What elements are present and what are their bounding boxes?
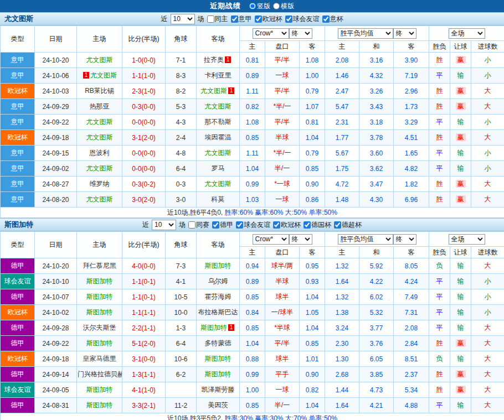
result-outcome: 平 bbox=[429, 115, 450, 130]
filter-option-0[interactable]: 同赛 bbox=[188, 220, 209, 230]
result-goals: 大 bbox=[471, 84, 504, 99]
filter-option-3[interactable]: 球会友谊 bbox=[285, 14, 320, 24]
league-type-badge: 欧冠杯 bbox=[1, 351, 35, 367]
away-team-name: 尤文图斯 bbox=[205, 102, 232, 110]
column-header: 比分(半场) bbox=[122, 232, 166, 258]
sub-column-header: 主 bbox=[240, 41, 265, 53]
score: 0-3(0-2) bbox=[122, 177, 166, 192]
match-row: 球会友谊24-10-10斯图加特1-1(0-1)4-1乌尔姆0.89半球0.93… bbox=[1, 274, 504, 289]
avg-odds-select[interactable]: 胜平负均值 bbox=[338, 28, 393, 39]
away-team-name: 那不勒斯 bbox=[205, 118, 232, 126]
avg-odds-win: 1.75 bbox=[325, 161, 359, 177]
match-date: 24-09-18 bbox=[35, 130, 77, 146]
odds-company-select[interactable]: Crow* bbox=[253, 234, 289, 245]
filter-checkbox[interactable] bbox=[255, 15, 262, 23]
result-goals: 大 bbox=[471, 398, 504, 413]
odds-final-select[interactable]: 终 bbox=[289, 28, 312, 39]
handicap-result-text: 赢 bbox=[456, 102, 466, 110]
avg-odds-win: 2.08 bbox=[325, 53, 359, 68]
result-outcome: 胜 bbox=[429, 336, 450, 351]
scope-select[interactable]: 全场 bbox=[449, 28, 485, 39]
horizontal-radio[interactable] bbox=[273, 3, 280, 9]
vertical-radio[interactable] bbox=[249, 3, 256, 9]
filter-checkbox[interactable] bbox=[322, 15, 330, 23]
handicap-odds-home: 0.81 bbox=[240, 53, 265, 68]
sub-column-header: 客 bbox=[394, 247, 429, 258]
handicap-odds-home: 0.84 bbox=[240, 305, 265, 320]
filter-label: 同主 bbox=[215, 14, 228, 24]
handicap-odds-home: 0.99 bbox=[240, 177, 265, 192]
home-team-name: 门兴格拉德贝赫 bbox=[78, 370, 122, 378]
filter-option-2[interactable]: 球会友谊 bbox=[236, 220, 270, 230]
avg-odds-draw: 3.78 bbox=[359, 130, 394, 146]
home-team-name: 斯图加特 bbox=[86, 277, 113, 285]
layout-option-horizontal[interactable]: 横版 bbox=[273, 2, 294, 11]
avg-odds-lose: 2.08 bbox=[394, 320, 429, 336]
column-header: 日期 bbox=[35, 232, 77, 258]
filter-checkbox[interactable] bbox=[188, 221, 196, 229]
filter-checkbox[interactable] bbox=[207, 15, 214, 23]
handicap-result-text: 输 bbox=[457, 277, 464, 285]
odds-company-select[interactable]: Crow* bbox=[253, 28, 289, 39]
filter-checkbox[interactable] bbox=[304, 221, 311, 229]
filter-option-0[interactable]: 同主 bbox=[207, 14, 228, 24]
home-team: 斯图加特 bbox=[77, 289, 122, 305]
summary-text: 赢率:30% bbox=[253, 414, 284, 420]
filter-checkbox[interactable] bbox=[231, 15, 238, 23]
sub-column-header: 和 bbox=[359, 41, 394, 53]
filter-option-4[interactable]: 德国杯 bbox=[304, 220, 331, 230]
away-team: 斯图加特 bbox=[197, 258, 240, 274]
recent-results-panel: 近期战绩 竖版 横版 尤文图斯近10场同主意甲欧冠杯球会友谊意杯类型日期主场比分… bbox=[0, 0, 504, 420]
avg-final-select[interactable]: 终 bbox=[393, 234, 416, 245]
result-handicap: 输 bbox=[450, 258, 471, 274]
avg-odds-lose: 1.73 bbox=[394, 99, 429, 115]
handicap-odds-away: 0.95 bbox=[300, 258, 325, 274]
filter-label: 意杯 bbox=[330, 14, 343, 24]
team-sections-container: 尤文图斯近10场同主意甲欧冠杯球会友谊意杯类型日期主场比分(半场)角球客场Cro… bbox=[0, 12, 504, 420]
filter-checkbox[interactable] bbox=[236, 221, 243, 229]
away-team: 霍芬海姆 bbox=[197, 289, 240, 305]
handicap-line: 平/半 bbox=[265, 84, 300, 99]
scope-select[interactable]: 全场 bbox=[449, 234, 485, 245]
result-outcome: 胜 bbox=[429, 53, 450, 68]
result-handicap: 输 bbox=[450, 289, 471, 305]
result-outcome: 胜 bbox=[429, 192, 450, 208]
odds-final-select[interactable]: 终 bbox=[289, 234, 312, 245]
score: 3-1(0-0) bbox=[122, 351, 166, 367]
filter-option-2[interactable]: 欧冠杯 bbox=[255, 14, 282, 24]
match-date: 24-08-31 bbox=[35, 398, 77, 413]
match-row: 意甲24-10-061尤文图斯1-1(1-0)8-3卡利亚里0.89一球1.00… bbox=[1, 68, 504, 84]
red-card-badge: 1 bbox=[225, 56, 231, 63]
result-outcome: 胜 bbox=[429, 382, 450, 398]
avg-odds-draw: 4.73 bbox=[359, 382, 394, 398]
home-team-name: RB莱比锡 bbox=[85, 87, 114, 95]
avg-odds-select[interactable]: 胜平负均值 bbox=[338, 234, 393, 245]
layout-option-vertical[interactable]: 竖版 bbox=[249, 2, 270, 11]
filter-option-4[interactable]: 意杯 bbox=[322, 14, 343, 24]
filter-checkbox[interactable] bbox=[285, 15, 292, 23]
results-table: 类型日期主场比分(半场)角球客场Crow*终胜平负均值终全场主盘口客主和客胜负让… bbox=[0, 25, 504, 218]
away-team: 拉齐奥1 bbox=[197, 53, 240, 68]
filter-checkbox[interactable] bbox=[273, 221, 280, 229]
home-team-name: 恩波利 bbox=[90, 149, 110, 157]
match-row: 意甲24-09-29热那亚0-3(0-0)5-3尤文图斯0.82*半/一1.07… bbox=[1, 99, 504, 115]
handicap-odds-home: 0.85 bbox=[240, 289, 265, 305]
handicap-odds-away: 0.79 bbox=[300, 84, 325, 99]
match-count-select[interactable]: 10 bbox=[171, 14, 195, 24]
filter-option-1[interactable]: 意甲 bbox=[231, 14, 252, 24]
result-handicap: 输 bbox=[450, 274, 471, 289]
away-team-name: 美因茨 bbox=[208, 401, 228, 409]
filter-checkbox[interactable] bbox=[212, 221, 219, 229]
score: 1-0(0-0) bbox=[122, 53, 166, 68]
filter-option-1[interactable]: 德甲 bbox=[212, 220, 233, 230]
result-handicap: 输 bbox=[450, 161, 471, 177]
filter-option-3[interactable]: 欧冠杯 bbox=[273, 220, 301, 230]
match-count-select[interactable]: 10 bbox=[152, 220, 176, 230]
score: 4-1(1-0) bbox=[122, 382, 166, 398]
corners: 10-0 bbox=[166, 305, 197, 320]
filter-option-5[interactable]: 德超杯 bbox=[334, 220, 362, 230]
filter-checkbox[interactable] bbox=[334, 221, 341, 229]
result-handicap: 赢 bbox=[450, 130, 471, 146]
score: 4-0(0-0) bbox=[122, 258, 166, 274]
avg-final-select[interactable]: 终 bbox=[393, 28, 416, 39]
